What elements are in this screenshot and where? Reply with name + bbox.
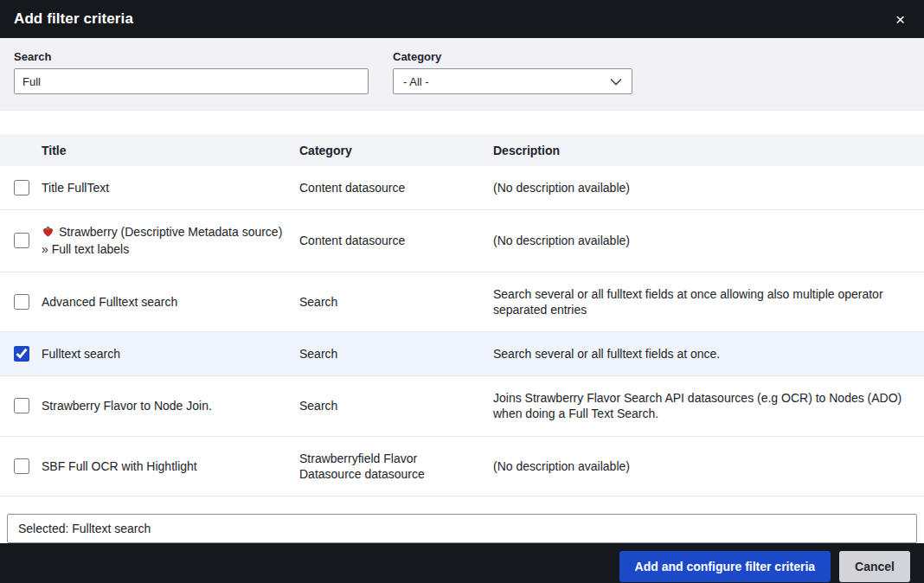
row-title: Title FullText [42,166,299,210]
table-row[interactable]: Advanced Fulltext search Search Search s… [0,272,924,331]
row-checkbox[interactable] [14,458,29,474]
row-category: Content datasource [299,210,493,272]
search-input[interactable] [14,68,369,94]
row-checkbox[interactable] [14,346,29,362]
table-row[interactable]: SBF Full OCR with Hightlight Strawberryf… [0,436,924,496]
add-filter-criteria-modal: Add filter criteria × Search Category - … [0,0,924,583]
column-header-category: Category [299,134,493,166]
category-label: Category [393,50,632,63]
row-description: Search several or all fulltext fields at… [493,272,924,331]
table-row[interactable]: Title FullText Content datasource (No de… [0,166,924,210]
checkbox-column-header [0,134,42,166]
table-header-row: Title Category Description [0,134,924,166]
modal-footer: Add and configure filter criteria Cancel [0,543,924,583]
row-description: Joins Strawberry Flavor Search API datas… [493,376,924,436]
category-field: Category - All - [393,50,632,94]
row-category: Content datasource [299,166,493,210]
row-checkbox[interactable] [14,294,29,310]
row-title: SBF Full OCR with Hightlight [42,436,299,496]
category-selected-value: - All - [403,75,429,88]
filter-criteria-table: Title Category Description Title FullTex… [0,134,924,497]
row-category: Search [299,376,493,436]
row-checkbox[interactable] [14,398,29,413]
row-description: Search several or all fulltext fields at… [493,331,924,375]
cancel-button[interactable]: Cancel [839,551,910,582]
strawberry-icon [42,225,55,241]
row-checkbox[interactable] [14,180,29,195]
modal-title: Add filter criteria [14,10,890,28]
row-category: Search [299,331,493,375]
row-title: Strawberry (Descriptive Metadata source)… [42,210,299,272]
add-and-configure-button[interactable]: Add and configure filter criteria [619,551,831,582]
modal-header: Add filter criteria × [0,0,924,38]
table-row[interactable]: Fulltext search Search Search several or… [0,331,924,375]
row-category: Strawberryfield Flavor Datasource dataso… [299,436,493,496]
row-description: (No description available) [493,210,924,272]
row-category: Search [299,272,493,331]
category-select[interactable]: - All - [393,68,632,94]
search-field: Search [14,50,369,94]
row-title: Advanced Fulltext search [42,272,299,331]
row-description: (No description available) [493,166,924,210]
row-title: Fulltext search [42,331,299,375]
row-description: (No description available) [493,436,924,496]
row-title-text: Strawberry (Descriptive Metadata source)… [42,225,282,256]
chevron-down-icon [610,75,622,88]
table-row[interactable]: Strawberry Flavor to Node Join. Search J… [0,376,924,436]
column-header-description: Description [493,134,924,166]
filter-bar: Search Category - All - [0,38,924,111]
table-row[interactable]: Strawberry (Descriptive Metadata source)… [0,210,924,272]
selected-summary: Selected: Fulltext search [7,514,917,543]
column-header-title: Title [42,134,299,166]
row-title: Strawberry Flavor to Node Join. [42,376,299,436]
close-icon[interactable]: × [890,8,910,31]
search-label: Search [14,50,369,63]
row-checkbox[interactable] [14,233,29,248]
